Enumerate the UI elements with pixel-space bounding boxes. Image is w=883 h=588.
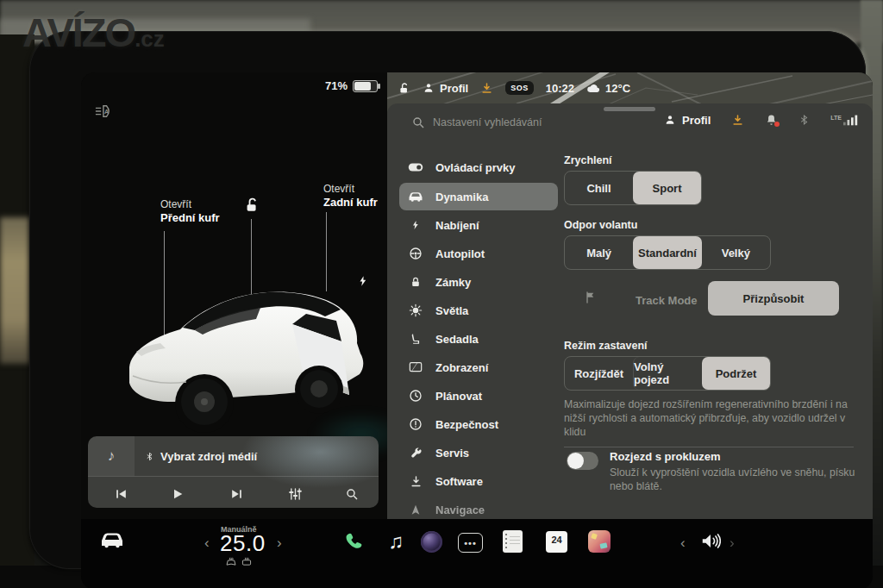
photo-of-tesla-screen: A 71% Otevřít Přední kufr Otevřít Zadní …: [0, 0, 883, 588]
sidebar-label: Bezpečnost: [435, 418, 498, 431]
sidebar-item-software[interactable]: Software: [399, 467, 558, 495]
rear-trunk-action: Otevřít: [323, 183, 354, 195]
outside-temperature: 12°C: [605, 82, 630, 95]
sun-icon: [408, 303, 423, 317]
clock-icon: [408, 389, 423, 403]
stopping-option-hold[interactable]: Podržet: [702, 357, 770, 390]
steering-section-label: Odpor volantu: [564, 219, 637, 231]
navigation-icon: [408, 504, 423, 516]
sidebar-item-dynamics[interactable]: Dynamika: [399, 183, 558, 210]
sos-badge[interactable]: SOS: [505, 81, 534, 95]
front-defrost-icon: [226, 557, 236, 566]
bluetooth-icon[interactable]: [798, 113, 810, 127]
sidebar-item-autopilot[interactable]: Autopilot: [399, 240, 558, 267]
settings-search-bar[interactable]: Nastavení vyhledávání Profil: [387, 109, 873, 138]
display-icon: [408, 361, 423, 373]
profile-menu-label: Profil: [682, 114, 711, 127]
album-art-placeholder: ♪: [88, 436, 135, 476]
unlocked-icon[interactable]: [398, 82, 410, 95]
person-icon: [423, 82, 435, 94]
previous-track-button[interactable]: [114, 487, 128, 501]
toggle-knob: [567, 453, 584, 469]
steering-wheel-icon: [408, 247, 423, 260]
software-download-icon[interactable]: [731, 114, 744, 127]
sidebar-item-safety[interactable]: Bezpečnost: [399, 410, 558, 438]
media-search-button[interactable]: [345, 487, 359, 501]
profile-label: Profil: [440, 82, 468, 95]
front-trunk-label: Přední kufr: [160, 211, 220, 225]
phone-app-icon[interactable]: [343, 531, 363, 551]
music-app-icon[interactable]: ♫: [388, 529, 404, 554]
lte-label: LTE: [830, 115, 842, 121]
sidebar-label: Nabíjení: [435, 219, 479, 232]
profile-menu-button[interactable]: Profil: [664, 114, 711, 127]
steering-control: Malý Standardní Velký: [564, 235, 771, 270]
sidebar-label: Software: [435, 475, 483, 488]
temperature-value[interactable]: 25.0: [220, 530, 266, 557]
app-drawer-button[interactable]: •••: [458, 533, 483, 553]
temp-up-chevron[interactable]: ›: [277, 535, 282, 552]
sidebar-item-display[interactable]: Zobrazení: [399, 353, 558, 381]
driver-profile-button[interactable]: Profil: [423, 82, 468, 95]
watermark-suffix: .cz: [135, 26, 165, 52]
sidebar-item-scheduling[interactable]: Plánovat: [399, 382, 558, 410]
top-status-bar: Profil SOS 10:22 12°C: [387, 78, 630, 98]
sidebar-item-controls[interactable]: Ovládací prvky: [399, 153, 558, 181]
play-button[interactable]: [171, 487, 185, 501]
temp-down-chevron[interactable]: ‹: [204, 535, 210, 552]
auto-headlight-icon[interactable]: A: [93, 103, 112, 119]
media-source-button[interactable]: Vybrat zdroj médií: [145, 436, 257, 476]
weather: 12°C: [586, 82, 630, 95]
track-mode-customize-button[interactable]: Přizpůsobit: [708, 281, 839, 316]
calendar-app-icon[interactable]: 24: [546, 531, 567, 553]
steering-option-heavy[interactable]: Velký: [702, 236, 770, 269]
seat-icon: [408, 332, 423, 346]
slip-start-toggle[interactable]: [567, 452, 598, 470]
settings-panel: Nastavení vyhledávání Profil: [387, 103, 873, 519]
steering-option-light[interactable]: Malý: [565, 236, 633, 269]
notifications-button[interactable]: [765, 113, 778, 127]
volume-up-chevron[interactable]: ›: [730, 535, 735, 552]
defrost-buttons[interactable]: [226, 557, 252, 566]
car-controls-button[interactable]: [100, 531, 124, 548]
theater-app-icon[interactable]: [588, 530, 611, 553]
slip-start-description: Slouží k vyproštění vozidla uvízlého ve …: [610, 466, 868, 493]
stopping-option-roll[interactable]: Volný pojezd: [633, 357, 702, 390]
sidebar-label: Ovládací prvky: [435, 161, 516, 174]
volume-button[interactable]: [700, 532, 721, 550]
sidebar-item-charging[interactable]: Nabíjení: [399, 211, 558, 239]
person-icon: [664, 114, 676, 126]
notes-app-icon[interactable]: [503, 530, 523, 553]
acceleration-option-chill[interactable]: Chill: [565, 172, 633, 204]
update-download-icon[interactable]: [480, 82, 493, 95]
equalizer-button[interactable]: [288, 487, 303, 501]
battery-percent: 71%: [325, 79, 348, 92]
rear-trunk-button[interactable]: Otevřít Zadní kufr: [323, 183, 378, 210]
search-placeholder: Nastavení vyhledávání: [433, 116, 542, 128]
media-source-label: Vybrat zdroj médií: [160, 450, 257, 463]
search-icon: [411, 116, 425, 129]
sidebar-item-service[interactable]: Servis: [399, 439, 558, 466]
sidebar-item-locks[interactable]: Zámky: [399, 268, 558, 296]
front-trunk-button[interactable]: Otevřít Přední kufr: [160, 198, 220, 225]
stopping-mode-description: Maximalizuje dojezd rozšířením regenerat…: [564, 397, 867, 440]
steering-option-standard[interactable]: Standardní: [633, 236, 701, 269]
section-divider: [564, 447, 854, 447]
sidebar-label: Plánovat: [435, 390, 482, 403]
sidebar-item-seats[interactable]: Sedadla: [399, 325, 558, 353]
cloud-icon: [586, 83, 601, 93]
acceleration-option-sport[interactable]: Sport: [633, 172, 701, 204]
car-icon: [408, 191, 423, 203]
next-track-button[interactable]: [229, 487, 244, 501]
sidebar-item-lights[interactable]: Světla: [399, 297, 558, 324]
volume-down-chevron[interactable]: ‹: [680, 535, 686, 552]
clock: 10:22: [546, 82, 574, 95]
stopping-mode-control: Rozjíždět Volný pojezd Podržet: [564, 356, 771, 391]
toggle-icon: [408, 162, 423, 172]
unlock-icon[interactable]: [243, 197, 260, 214]
stopping-option-creep[interactable]: Rozjíždět: [565, 357, 633, 390]
sidebar-label: Servis: [435, 447, 469, 460]
media-divider: [88, 476, 379, 477]
front-trunk-action: Otevřít: [160, 198, 191, 210]
camera-app-icon[interactable]: [421, 531, 442, 553]
